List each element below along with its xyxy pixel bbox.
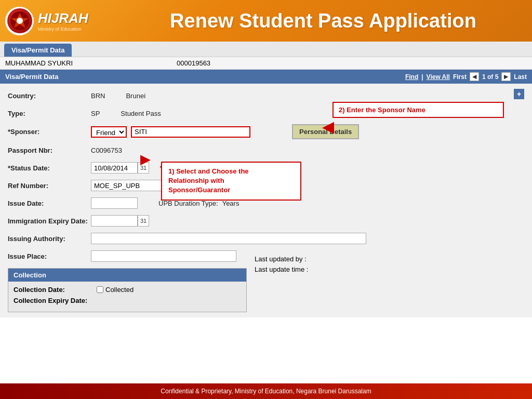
collected-checkbox[interactable] (97, 286, 103, 293)
passport-label: Passport Nbr: (8, 147, 91, 154)
step2-annotation-box: 2) Enter the Sponsor Name (332, 102, 504, 118)
visa-section-title: Visa/Permit Data (5, 73, 58, 81)
last-updated-by-label: Last updated by : (255, 255, 307, 263)
status-date-input[interactable] (91, 162, 138, 174)
country-name: Brunei (126, 92, 145, 100)
form-area: + Country: BRN Brunei Type: SP Student P… (0, 84, 532, 317)
find-link[interactable]: Find (405, 73, 418, 81)
collection-date-row: Collection Date: Collected (14, 286, 241, 294)
collection-section: Collection Collection Date: Collected Co… (8, 268, 247, 312)
ref-label: Ref Number: (8, 182, 91, 190)
step2-text: 2) Enter the Sponsor Name (339, 106, 425, 114)
issuing-authority-input[interactable] (91, 233, 366, 244)
pagination-info: 1 of 5 (482, 73, 498, 81)
logo-tagline: Ministry of Education (38, 26, 88, 32)
step2-arrow: ◀ (322, 117, 334, 136)
logo-circle (5, 7, 34, 35)
add-button[interactable]: + (514, 89, 524, 99)
collection-expiry-row: Collection Expiry Date: (14, 297, 241, 304)
type-label: Type: (8, 110, 91, 117)
issue-place-input[interactable] (91, 250, 236, 262)
collected-checkbox-area: Collected (97, 286, 134, 294)
immigration-expiry-label: Immigration Expiry Date: (8, 217, 91, 225)
next-nav-button[interactable]: ▶ (501, 72, 511, 81)
passport-row: Passport Nbr: C0096753 ▶ 1) Select and C… (8, 143, 524, 157)
view-all-link[interactable]: View All (427, 73, 450, 81)
status-date-label: *Status Date: (8, 164, 91, 172)
tab-visa-permit[interactable]: Visa/Permit Data (4, 44, 72, 57)
collection-body: Collection Date: Collected Collection Ex… (8, 282, 246, 312)
footer-text: Confidential & Proprietary, Ministry of … (161, 388, 371, 395)
sponsor-name-input[interactable] (131, 126, 250, 138)
upb-duration-value: Years (222, 200, 240, 207)
immigration-expiry-input[interactable] (91, 215, 138, 227)
sponsor-dropdown[interactable]: Friend (91, 126, 127, 138)
prev-nav-button[interactable]: ◀ (470, 72, 479, 81)
issue-date-input[interactable] (91, 197, 138, 209)
last-update-time: Last update time : (255, 265, 308, 273)
type-code: SP (91, 110, 100, 117)
last-updated-by: Last updated by : (255, 255, 308, 263)
issuing-authority-label: Issuing Authority: (8, 235, 91, 243)
footer: Confidential & Proprietary, Ministry of … (0, 383, 532, 399)
last-updated-area: Last updated by : Last update time : (255, 255, 308, 276)
svg-point-2 (17, 18, 23, 24)
country-code: BRN (91, 92, 105, 100)
step1-callout: 1) Select and Choose theRelationship wit… (161, 162, 301, 201)
collection-expiry-label: Collection Expiry Date: (14, 297, 97, 304)
immigration-calendar-button[interactable]: 31 (138, 215, 149, 227)
upb-duration-label: UPB Duration Type: (158, 200, 218, 207)
step1-text: 1) Select and Choose theRelationship wit… (168, 167, 249, 194)
issue-date-label: Issue Date: (8, 200, 91, 207)
passport-arrow: ▶ (140, 151, 151, 167)
last-update-time-label: Last update time : (255, 265, 308, 273)
collected-label: Collected (105, 286, 134, 294)
logo-area: HIJRAH Ministry of Education (5, 7, 119, 35)
first-label: First (453, 73, 467, 81)
student-name: MUHAMMAD SYUKRI (5, 59, 73, 67)
type-name: Student Pass (121, 110, 161, 117)
immigration-expiry-row: Immigration Expiry Date: 31 (8, 214, 524, 228)
collection-header: Collection (8, 269, 246, 282)
country-row: Country: BRN Brunei (8, 89, 524, 102)
collection-date-label: Collection Date: (14, 286, 97, 294)
app-header: HIJRAH Ministry of Education Renew Stude… (0, 0, 532, 42)
page-title: Renew Student Pass Application (119, 10, 527, 32)
issuing-authority-row: Issuing Authority: (8, 232, 524, 245)
sponsor-label: *Sponser: (8, 128, 91, 136)
logo-text: HIJRAH (38, 10, 88, 26)
sponsor-row: *Sponser: Friend Personal Details (8, 124, 524, 139)
visa-section-header: Visa/Permit Data Find | View All First ◀… (0, 70, 532, 84)
tabs-bar: Visa/Permit Data (0, 42, 532, 57)
section-nav: Find | View All First ◀ 1 of 5 ▶ Last (405, 72, 527, 81)
student-bar: MUHAMMAD SYUKRI 000019563 (0, 57, 532, 70)
type-row: Type: SP Student Pass 2) Enter the Spons… (8, 107, 524, 120)
passport-value: C0096753 (91, 147, 122, 154)
student-id: 000019563 (177, 59, 210, 67)
country-label: Country: (8, 92, 91, 100)
issue-place-label: Issue Place: (8, 252, 91, 260)
logo-inner (7, 8, 32, 33)
last-label: Last (514, 73, 527, 81)
